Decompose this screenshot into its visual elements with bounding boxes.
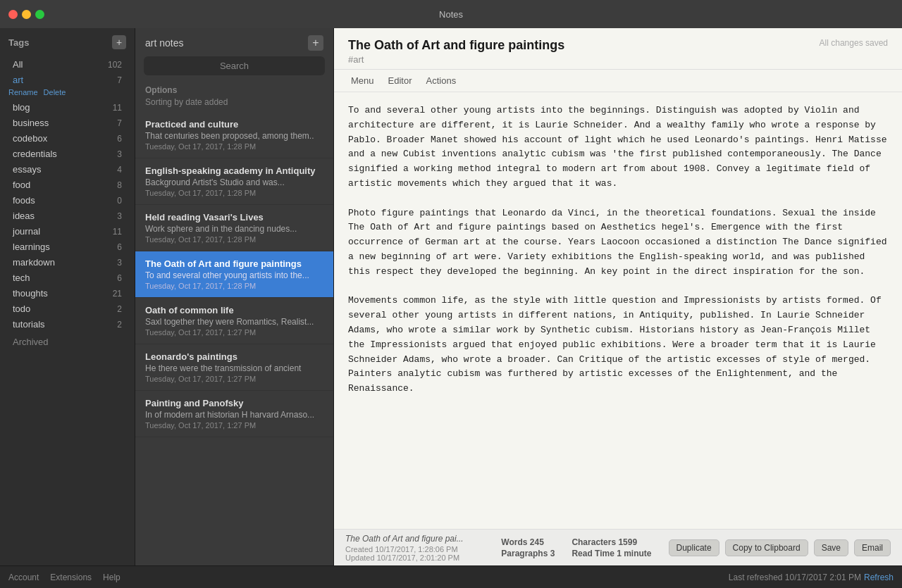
sidebar-item-tutorials[interactable]: tutorials 2 — [4, 317, 130, 332]
sidebar-item-learnings[interactable]: learnings 6 — [4, 239, 130, 254]
sidebar-item-foods-label: foods — [13, 195, 35, 206]
note-title-1: English-speaking academy in Antiquity — [145, 165, 323, 176]
editor-button[interactable]: Editor — [385, 74, 415, 87]
note-preview-0: That centuries been proposed, among them… — [145, 131, 323, 141]
copy-to-clipboard-button[interactable]: Copy to Clipboard — [725, 539, 808, 556]
sidebar-item-essays[interactable]: essays 4 — [4, 162, 130, 177]
note-preview-1: Background Artist's Studio and was... — [145, 177, 323, 187]
footer-words-group: Words 245 Paragraphs 3 — [501, 537, 555, 558]
help-link[interactable]: Help — [103, 573, 121, 582]
sidebar-item-credentials-label: credentials — [13, 149, 57, 159]
note-item-1[interactable]: English-speaking academy in Antiquity Ba… — [135, 158, 333, 205]
sidebar-item-thoughts-count: 21 — [113, 289, 122, 299]
footer-words-label: Words — [501, 537, 527, 547]
editor-content[interactable]: To and several other young artists into … — [334, 92, 902, 529]
actions-button[interactable]: Actions — [424, 74, 459, 87]
sidebar-item-art[interactable]: art 7 — [4, 73, 130, 87]
editor-footer: The Oath of Art and figure pai... Create… — [334, 529, 902, 565]
note-item-4[interactable]: Oath of common life Saxl together they w… — [135, 298, 333, 344]
sidebar-item-all[interactable]: All 102 — [4, 57, 130, 72]
add-tag-button[interactable]: + — [112, 35, 126, 49]
footer-note-title: The Oath of Art and figure pai... — [345, 534, 501, 544]
minimize-button[interactable] — [22, 10, 31, 19]
extensions-link[interactable]: Extensions — [50, 573, 92, 582]
note-item-5[interactable]: Leonardo's paintings He there were the t… — [135, 344, 333, 391]
email-button[interactable]: Email — [854, 539, 891, 556]
add-note-button[interactable]: + — [308, 35, 323, 51]
footer-updated: Updated 10/17/2017, 2:01:20 PM — [345, 553, 459, 562]
sidebar-item-codebox-count: 6 — [117, 134, 122, 144]
sidebar-item-art-label: art — [13, 75, 23, 85]
rename-link[interactable]: Rename — [8, 88, 38, 96]
sidebar-item-journal[interactable]: journal 11 — [4, 224, 130, 239]
traffic-lights — [8, 10, 44, 19]
note-title-0: Practiced and culture — [145, 119, 323, 130]
note-item-0[interactable]: Practiced and culture That centuries bee… — [135, 112, 333, 158]
sidebar-item-todo-count: 2 — [117, 304, 122, 314]
save-button[interactable]: Save — [814, 539, 848, 556]
footer-words-count: 245 — [530, 537, 544, 547]
duplicate-button[interactable]: Duplicate — [669, 539, 719, 556]
footer-stats: Words 245 Paragraphs 3 Characters 1599 R… — [501, 537, 651, 558]
sidebar-item-all-count: 102 — [108, 60, 122, 70]
options-label: Options — [145, 85, 177, 95]
editor-saved-status: All changes saved — [820, 38, 888, 48]
footer-paragraphs: Paragraphs 3 — [501, 549, 555, 558]
sidebar-item-thoughts[interactable]: thoughts 21 — [4, 286, 130, 301]
note-preview-6: In of modern art historian H harvard Arn… — [145, 410, 323, 420]
sidebar-item-tech[interactable]: tech 6 — [4, 270, 130, 285]
sidebar-item-learnings-label: learnings — [13, 242, 50, 252]
sidebar-items: All 102 art 7 Rename Delete blog 11 busi… — [0, 55, 135, 565]
sidebar-item-journal-count: 11 — [113, 227, 122, 237]
notes-items: Practiced and culture That centuries bee… — [135, 112, 333, 565]
editor-title: The Oath of Art and figure paintings — [348, 38, 564, 53]
sidebar-item-tutorials-count: 2 — [117, 320, 122, 330]
sidebar-item-markdown-count: 3 — [117, 258, 122, 268]
note-item-2[interactable]: Held reading Vasari's Lives Work sphere … — [135, 205, 333, 251]
note-title-2: Held reading Vasari's Lives — [145, 212, 323, 223]
menu-button[interactable]: Menu — [348, 74, 377, 87]
account-link[interactable]: Account — [8, 573, 39, 582]
sidebar-item-markdown[interactable]: markdown 3 — [4, 255, 130, 270]
notes-options: Options Sorting by date added — [135, 82, 333, 112]
close-button[interactable] — [8, 10, 18, 19]
sidebar-item-learnings-count: 6 — [117, 242, 122, 252]
sidebar-item-foods-count: 0 — [117, 196, 122, 206]
note-preview-3: To and several other young artists into … — [145, 270, 323, 280]
note-date-6: Tuesday, Oct 17, 2017, 1:27 PM — [145, 421, 323, 430]
sidebar-item-journal-label: journal — [13, 226, 40, 237]
note-date-4: Tuesday, Oct 17, 2017, 1:27 PM — [145, 328, 323, 337]
note-date-0: Tuesday, Oct 17, 2017, 1:28 PM — [145, 142, 323, 151]
sidebar-item-art-count: 7 — [117, 75, 122, 85]
note-title-4: Oath of common life — [145, 305, 323, 315]
footer-read-time: Read Time 1 minute — [572, 549, 651, 558]
note-date-3: Tuesday, Oct 17, 2017, 1:28 PM — [145, 282, 323, 290]
app-body: Tags + All 102 art 7 Rename Delete blog — [0, 28, 902, 565]
sidebar-item-food[interactable]: food 8 — [4, 177, 130, 192]
sidebar-item-tech-count: 6 — [117, 273, 122, 283]
footer-characters-count: 1599 — [618, 537, 637, 547]
tags-label: Tags — [8, 37, 29, 48]
sidebar-item-credentials[interactable]: credentials 3 — [4, 146, 130, 161]
footer-note-dates: Created 10/17/2017, 1:28:06 PM Updated 1… — [345, 545, 501, 562]
sidebar-item-todo-label: todo — [13, 304, 30, 314]
sidebar-item-foods[interactable]: foods 0 — [4, 193, 130, 208]
sidebar-item-todo[interactable]: todo 2 — [4, 301, 130, 316]
sidebar-item-blog-label: blog — [13, 102, 30, 113]
sidebar-item-business-label: business — [13, 118, 49, 128]
note-preview-5: He there were the transmission of ancien… — [145, 363, 323, 373]
note-item-3[interactable]: The Oath of Art and figure paintings To … — [135, 251, 333, 298]
maximize-button[interactable] — [35, 10, 44, 19]
delete-link[interactable]: Delete — [44, 88, 66, 96]
app-title: Notes — [439, 9, 463, 20]
refresh-link[interactable]: Refresh — [864, 573, 894, 582]
search-input[interactable] — [144, 56, 325, 75]
note-item-6[interactable]: Painting and Panofsky In of modern art h… — [135, 391, 333, 437]
footer-created: Created 10/17/2017, 1:28:06 PM — [345, 545, 458, 553]
sidebar-item-blog[interactable]: blog 11 — [4, 100, 130, 115]
sidebar-item-ideas[interactable]: ideas 3 — [4, 208, 130, 223]
sidebar-item-business[interactable]: business 7 — [4, 115, 130, 130]
sidebar-item-codebox[interactable]: codebox 6 — [4, 131, 130, 146]
sidebar-item-all-label: All — [13, 59, 23, 70]
sidebar-item-archived[interactable]: Archived — [4, 332, 130, 351]
